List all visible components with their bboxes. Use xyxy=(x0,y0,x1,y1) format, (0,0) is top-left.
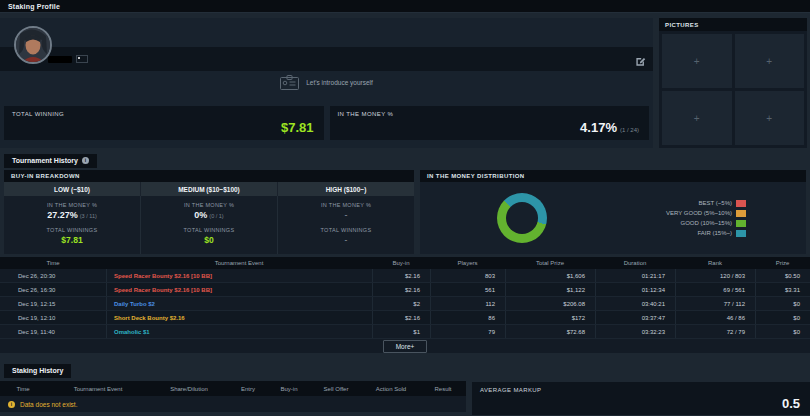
cell-event[interactable]: Short Deck Bounty $2.16 xyxy=(106,311,372,324)
column-header: Rank xyxy=(675,260,755,266)
itm-distribution-title: IN THE MONEY DISTRIBUTION xyxy=(427,173,525,179)
tier-high-winnings: - xyxy=(345,235,348,245)
picture-upload-slot[interactable]: + xyxy=(662,91,732,145)
avatar[interactable] xyxy=(14,26,52,64)
picture-upload-slot[interactable]: + xyxy=(735,91,805,145)
cell-players: 86 xyxy=(430,311,505,324)
legend-item: GOOD (10%~15%) xyxy=(666,220,746,227)
warning-icon: i xyxy=(8,401,15,408)
pictures-header: PICTURES xyxy=(659,18,807,31)
in-the-money-label: IN THE MONEY % xyxy=(338,111,394,117)
total-winning-card: TOTAL WINNING $7.81 xyxy=(4,106,324,140)
cell-total-prize: $1,122 xyxy=(505,283,595,296)
tier-winnings-label: TOTAL WINNINGS xyxy=(184,227,235,233)
tournament-table: TimeTournament EventBuy-inPlayersTotal P… xyxy=(0,257,810,353)
page-header: Staking Profile xyxy=(0,0,810,13)
itm-donut-chart xyxy=(497,193,547,243)
staking-history-title: Staking History xyxy=(12,367,63,374)
cell-buyin: $2.16 xyxy=(372,283,430,296)
picture-upload-slot[interactable]: + xyxy=(662,34,732,88)
tier-high-itm: - xyxy=(345,210,348,220)
tier-low-name: LOW (~$10) xyxy=(4,182,141,196)
cell-rank: 72 / 79 xyxy=(675,325,755,338)
legend-label: VERY GOOD (5%~10%) xyxy=(666,210,732,216)
cell-players: 561 xyxy=(430,283,505,296)
cell-time: Dec 19, 12:10 xyxy=(0,311,106,324)
cell-buyin: $2.16 xyxy=(372,269,430,282)
plus-icon: + xyxy=(694,113,700,124)
tournament-history-title: Tournament History xyxy=(12,157,78,164)
country-flag-icon xyxy=(76,55,88,63)
tournament-row[interactable]: Dec 26, 20:30Speed Racer Bounty $2.16 [1… xyxy=(0,269,810,283)
picture-upload-slot[interactable]: + xyxy=(735,34,805,88)
cell-event[interactable]: Speed Racer Bounty $2.16 [10 BB] xyxy=(106,269,372,282)
tier-itm-label: IN THE MONEY % xyxy=(184,202,234,208)
cell-prize: $3.31 xyxy=(755,283,810,296)
tier-headers: LOW (~$10) MEDIUM ($10~$100) HIGH ($100~… xyxy=(4,182,414,196)
tournament-row[interactable]: Dec 19, 12:15Daily Turbo $2$2112$206.080… xyxy=(0,297,810,311)
tournament-row[interactable]: Dec 26, 16:30Speed Racer Bounty $2.16 [1… xyxy=(0,283,810,297)
cell-time: Dec 19, 12:15 xyxy=(0,297,106,310)
staking-table-header: TimeTournament EventShare/DilutionEntryB… xyxy=(0,381,466,396)
in-the-money-fraction: (1 / 24) xyxy=(620,127,639,133)
staking-column-header: Result xyxy=(420,386,466,392)
legend-item: VERY GOOD (5%~10%) xyxy=(666,210,746,217)
staking-history-chip: Staking History xyxy=(4,364,71,378)
pictures-panel: PICTURES ++++ xyxy=(659,18,807,148)
staking-column-header: Share/Dilution xyxy=(150,386,228,392)
legend-label: BEST (~5%) xyxy=(699,200,732,206)
tier-medium-itm: 0%(0 / 1) xyxy=(194,210,223,220)
tier-medium-winnings: $0 xyxy=(204,235,213,245)
staking-column-header: Time xyxy=(0,386,46,392)
redacted-username xyxy=(48,56,72,63)
average-markup-card: AVERAGE MARKUP 0.5 xyxy=(472,382,810,415)
staking-column-header: Buy-in xyxy=(268,386,310,392)
tournament-history-chip: Tournament History i xyxy=(4,154,97,168)
column-header: Buy-in xyxy=(372,260,430,266)
column-header: Total Prize xyxy=(505,260,595,266)
total-winning-value: $7.81 xyxy=(281,120,314,135)
cell-event[interactable]: Daily Turbo $2 xyxy=(106,297,372,310)
cell-time: Dec 26, 16:30 xyxy=(0,283,106,296)
cell-total-prize: $72.68 xyxy=(505,325,595,338)
cell-buyin: $2 xyxy=(372,297,430,310)
cell-event[interactable]: Speed Racer Bounty $2.16 [10 BB] xyxy=(106,283,372,296)
column-header: Duration xyxy=(595,260,675,266)
tournament-row[interactable]: Dec 19, 12:10Short Deck Bounty $2.16$2.1… xyxy=(0,311,810,325)
cell-buyin: $1 xyxy=(372,325,430,338)
more-row: More+ xyxy=(0,339,810,353)
info-icon[interactable]: i xyxy=(82,157,89,164)
itm-distribution-panel: IN THE MONEY DISTRIBUTION BEST (~5%)VERY… xyxy=(420,170,806,254)
itm-legend: BEST (~5%)VERY GOOD (5%~10%)GOOD (10%~15… xyxy=(666,200,746,237)
buyin-breakdown-header: BUY-IN BREAKDOWN xyxy=(4,170,414,182)
more-button[interactable]: More+ xyxy=(383,340,428,353)
legend-swatch xyxy=(736,210,746,217)
cell-rank: 46 / 86 xyxy=(675,311,755,324)
intro-prompt[interactable]: Let's introduce yourself xyxy=(0,75,653,90)
cell-duration: 01:21:17 xyxy=(595,269,675,282)
tournament-row[interactable]: Dec 19, 11:40Omaholic $1$179$72.6803:32:… xyxy=(0,325,810,339)
cell-event[interactable]: Omaholic $1 xyxy=(106,325,372,338)
legend-label: GOOD (10%~15%) xyxy=(680,220,732,226)
id-card-icon xyxy=(280,75,299,90)
tier-medium: IN THE MONEY % 0%(0 / 1) TOTAL WINNINGS … xyxy=(141,196,278,254)
legend-swatch xyxy=(736,230,746,237)
legend-swatch xyxy=(736,220,746,227)
cell-duration: 03:40:21 xyxy=(595,297,675,310)
pictures-grid: ++++ xyxy=(659,31,807,148)
cell-prize: $0 xyxy=(755,325,810,338)
cell-buyin: $2.16 xyxy=(372,311,430,324)
edit-profile-icon[interactable] xyxy=(635,53,646,64)
staking-column-header: Entry xyxy=(228,386,268,392)
name-bar xyxy=(0,47,653,71)
average-markup-value: 0.5 xyxy=(782,396,800,411)
cell-rank: 120 / 803 xyxy=(675,269,755,282)
legend-swatch xyxy=(736,200,746,207)
plus-icon: + xyxy=(766,56,772,67)
column-header: Time xyxy=(0,260,106,266)
tier-itm-label: IN THE MONEY % xyxy=(321,202,371,208)
tier-low-itm: 27.27%(3 / 11) xyxy=(47,210,97,220)
staking-column-header: Tournament Event xyxy=(46,386,150,392)
tier-bodies: IN THE MONEY % 27.27%(3 / 11) TOTAL WINN… xyxy=(4,196,414,254)
cell-total-prize: $1,606 xyxy=(505,269,595,282)
